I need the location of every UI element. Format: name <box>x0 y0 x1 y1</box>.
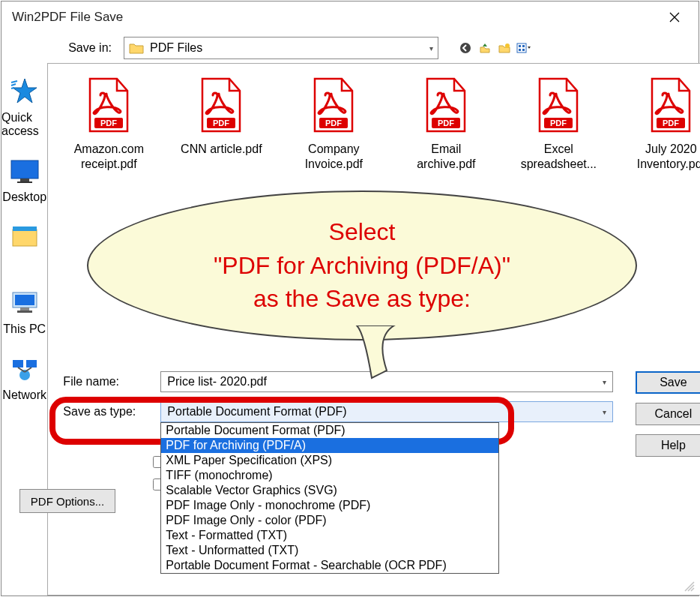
svg-rect-10 <box>20 178 29 182</box>
save-as-type-dropdown[interactable]: Portable Document Format (PDF)PDF for Ar… <box>160 422 499 574</box>
svg-rect-12 <box>13 230 37 246</box>
dropdown-option[interactable]: TIFF (monochrome) <box>161 468 498 483</box>
file-save-dialog: Win2PDF File Save Save in: PDF Files ▾ Q… <box>1 1 699 596</box>
svg-text:PDF: PDF <box>325 118 342 128</box>
sidebar-item-label: This PC <box>3 322 46 336</box>
chevron-down-icon: ▾ <box>603 408 606 416</box>
action-buttons: Save Cancel Help <box>636 371 700 457</box>
svg-rect-5 <box>519 45 521 47</box>
save-in-row: Save in: PDF Files ▾ <box>1 33 699 63</box>
nav-toolbar <box>458 40 531 56</box>
desktop-icon <box>7 156 42 186</box>
svg-text:PDF: PDF <box>213 118 229 128</box>
dropdown-option[interactable]: PDF Image Only - color (PDF) <box>161 513 498 528</box>
file-item[interactable]: PDFCNN article.pdf <box>180 77 262 172</box>
file-name-label: File name: <box>55 375 160 388</box>
file-list-pane[interactable]: PDFAmazon.com receipt.pdfPDFCNN article.… <box>47 63 700 596</box>
svg-rect-16 <box>20 308 29 310</box>
file-name-label: Excel spreadsheet... <box>517 142 600 172</box>
dropdown-option[interactable]: Portable Document Format - Searchable (O… <box>161 558 498 573</box>
pdf-file-icon: PDF <box>423 77 469 136</box>
file-name-label: July 2020 Inventory.pdf <box>630 142 700 172</box>
dropdown-option[interactable]: XML Paper Specification (XPS) <box>161 453 498 468</box>
window-title: Win2PDF File Save <box>12 10 123 25</box>
network-icon <box>7 354 42 384</box>
file-grid: PDFAmazon.com receipt.pdfPDFCNN article.… <box>54 77 700 172</box>
dropdown-option[interactable]: PDF for Archiving (PDF/A) <box>161 438 498 453</box>
dropdown-option[interactable]: Scalable Vector Graphics (SVG) <box>161 483 498 498</box>
svg-rect-4 <box>517 44 526 52</box>
svg-rect-17 <box>17 310 32 313</box>
nav-views-icon[interactable] <box>516 40 531 56</box>
sidebar-item-label: Desktop <box>2 190 46 204</box>
dropdown-option[interactable]: PDF Image Only - monochrome (PDF) <box>161 498 498 513</box>
save-as-type-row: Save as type: Portable Document Format (… <box>55 401 700 422</box>
nav-back-icon[interactable] <box>458 40 473 56</box>
save-as-type-value: Portable Document Format (PDF) <box>167 405 346 418</box>
sidebar-item-desktop[interactable]: Desktop <box>2 156 46 204</box>
svg-rect-15 <box>15 295 34 305</box>
nav-new-folder-icon[interactable] <box>497 40 512 56</box>
resize-grip-icon[interactable] <box>684 580 696 592</box>
this-pc-icon <box>7 288 42 318</box>
file-name-value: Price list- 2020.pdf <box>167 375 267 388</box>
file-item[interactable]: PDFJuly 2020 Inventory.pdf <box>630 77 700 172</box>
pdf-file-icon: PDF <box>198 77 244 136</box>
sidebar-item-label: Quick access <box>1 111 47 138</box>
file-name-label: Company Invoice.pdf <box>292 142 375 172</box>
svg-point-3 <box>505 44 510 48</box>
save-in-value: PDF Files <box>150 41 429 55</box>
svg-rect-11 <box>17 182 32 183</box>
svg-text:PDF: PDF <box>550 118 567 128</box>
sidebar-item-this-pc[interactable]: This PC <box>3 288 46 336</box>
close-icon <box>669 12 680 22</box>
dropdown-option[interactable]: Text - Unformatted (TXT) <box>161 543 498 558</box>
svg-text:PDF: PDF <box>663 118 679 128</box>
svg-rect-9 <box>11 160 38 178</box>
chevron-down-icon: ▾ <box>429 44 433 52</box>
svg-text:PDF: PDF <box>100 118 117 128</box>
pdf-file-icon: PDF <box>648 77 694 136</box>
form-area: File name: Price list- 2020.pdf ▾ Save a… <box>48 371 700 589</box>
svg-rect-19 <box>26 360 37 368</box>
svg-rect-8 <box>522 49 525 51</box>
svg-rect-13 <box>13 226 37 231</box>
save-as-type-label: Save as type: <box>55 405 160 418</box>
save-as-type-combo[interactable]: Portable Document Format (PDF) ▾ <box>160 401 613 422</box>
svg-rect-6 <box>522 45 525 47</box>
file-name-label: Email archive.pdf <box>405 142 487 172</box>
save-button[interactable]: Save <box>636 371 700 394</box>
file-name-input[interactable]: Price list- 2020.pdf ▾ <box>160 371 613 392</box>
file-name-label: Amazon.com receipt.pdf <box>67 142 150 172</box>
folder-icon <box>129 42 144 54</box>
help-button[interactable]: Help <box>636 434 700 457</box>
libraries-icon <box>7 222 42 252</box>
titlebar: Win2PDF File Save <box>1 2 699 33</box>
pdf-file-icon: PDF <box>85 77 132 136</box>
pdf-file-icon: PDF <box>535 77 582 136</box>
svg-rect-18 <box>13 360 23 368</box>
file-item[interactable]: PDFCompany Invoice.pdf <box>292 77 375 172</box>
svg-rect-7 <box>519 49 521 51</box>
file-name-label: CNN article.pdf <box>181 142 262 157</box>
sidebar-item-network[interactable]: Network <box>2 354 46 402</box>
pdf-options-button[interactable]: PDF Options... <box>19 489 115 513</box>
file-item[interactable]: PDFExcel spreadsheet... <box>517 77 600 172</box>
save-in-combo[interactable]: PDF Files ▾ <box>124 37 438 59</box>
dropdown-option[interactable]: Portable Document Format (PDF) <box>161 423 498 438</box>
sidebar-item-quick-access[interactable]: Quick access <box>1 76 47 138</box>
sidebar-item-libraries[interactable]: Libraries <box>1 222 47 270</box>
chevron-down-icon: ▾ <box>603 378 606 386</box>
save-in-label: Save in: <box>61 41 118 55</box>
sidebar-item-label: Network <box>2 388 46 402</box>
dropdown-option[interactable]: Text - Formatted (TXT) <box>161 528 498 543</box>
body: Quick access Desktop Libraries This PC N… <box>1 63 699 596</box>
quick-access-icon <box>7 76 42 106</box>
file-item[interactable]: PDFEmail archive.pdf <box>405 77 487 172</box>
cancel-button[interactable]: Cancel <box>636 403 700 425</box>
file-item[interactable]: PDFAmazon.com receipt.pdf <box>67 77 150 172</box>
close-button[interactable] <box>661 6 688 28</box>
svg-text:PDF: PDF <box>438 118 454 128</box>
nav-up-icon[interactable] <box>477 40 492 56</box>
svg-point-2 <box>460 43 471 53</box>
